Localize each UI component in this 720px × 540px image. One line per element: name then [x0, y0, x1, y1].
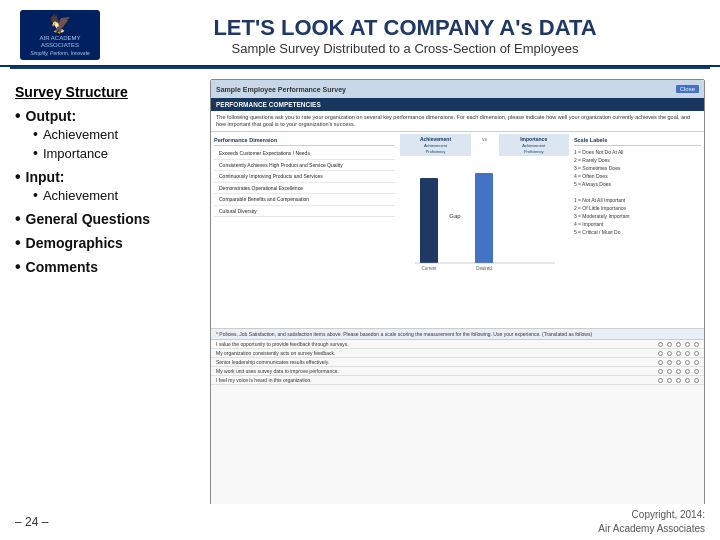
survey-q-row: Consistently Achieves High Product and S… [214, 160, 395, 172]
radio-option[interactable] [667, 342, 672, 347]
rating-row: My work unit uses survey data to improve… [211, 367, 704, 376]
radio-option[interactable] [694, 360, 699, 365]
radio-option[interactable] [694, 342, 699, 347]
survey-q-text: Consistently Achieves High Product and S… [219, 162, 390, 169]
bottom-note: * Policies, Job Satisfaction, and satisf… [211, 329, 704, 340]
radio-option[interactable] [658, 342, 663, 347]
rating-row: My organization consistently acts on sur… [211, 349, 704, 358]
bullet-list: • Output: • Achievement • Importance • I… [15, 108, 200, 275]
bullet-dot: • [15, 169, 21, 185]
item-label: Achievement [43, 127, 118, 142]
eagle-icon: 🦅 [49, 13, 71, 35]
survey-q-row: Exceeds Customer Expectations / Needs [214, 148, 395, 160]
survey-q-text: Comparable Benefits and Compensation [219, 196, 390, 203]
list-item: • Comments [15, 259, 200, 275]
row-text: My work unit uses survey data to improve… [216, 368, 658, 374]
radio-option[interactable] [676, 369, 681, 374]
radio-option[interactable] [685, 351, 690, 356]
importance-scale-labels: 1 = Not At All Important 2 = Of Little I… [574, 196, 701, 236]
header-title-area: LET'S LOOK AT COMPANY A's DATA Sample Su… [110, 15, 700, 56]
survey-col-header-q: Performance Dimension [214, 135, 395, 146]
radio-option[interactable] [685, 360, 690, 365]
radio-option[interactable] [676, 351, 681, 356]
item-label: Output: [26, 108, 77, 124]
radio-group [658, 342, 699, 347]
achievement-col-header: Achievement Achievement Proficiency [400, 134, 470, 156]
item-label: Input: [26, 169, 65, 185]
logo: 🦅 AIR ACADEMYASSOCIATESSimplify, Perform… [20, 10, 100, 60]
svg-text:Desired: Desired [476, 266, 492, 271]
list-item: • Achievement [15, 188, 200, 203]
bottom-section: * Policies, Job Satisfaction, and satisf… [211, 328, 704, 508]
bullet-dot: • [33, 146, 38, 160]
subtitle: Sample Survey Distributed to a Cross-Sec… [110, 41, 700, 56]
radio-option[interactable] [685, 369, 690, 374]
radio-option[interactable] [694, 351, 699, 356]
survey-q-text: Cultural Diversity [219, 208, 390, 215]
survey-q-row: Comparable Benefits and Compensation [214, 194, 395, 206]
rating-row: Senior leadership communicates results e… [211, 358, 704, 367]
radio-option[interactable] [694, 378, 699, 383]
scale-label: 4 = Important [574, 220, 701, 228]
radio-option[interactable] [667, 369, 672, 374]
chart-headers: Achievement Achievement Proficiency vs I… [400, 134, 569, 156]
item-label: Demographics [26, 235, 123, 251]
radio-option[interactable] [658, 351, 663, 356]
left-panel: Survey Structure • Output: • Achievement… [15, 79, 210, 509]
survey-description: The following questions ask you to rate … [211, 111, 704, 132]
row-text: I value the opportunity to provide feedb… [216, 341, 658, 347]
bullet-dot: • [15, 259, 21, 275]
radio-option[interactable] [694, 369, 699, 374]
scale-label: 2 = Of Little Importance [574, 204, 701, 212]
radio-group [658, 369, 699, 374]
item-label: Importance [43, 146, 108, 161]
survey-top-bar: Sample Employee Performance Survey Close [211, 80, 704, 98]
radio-option[interactable] [658, 360, 663, 365]
radio-option[interactable] [667, 351, 672, 356]
svg-rect-5 [420, 228, 438, 263]
scale-label: 5 = Always Does [574, 180, 701, 188]
page-header: 🦅 AIR ACADEMYASSOCIATESSimplify, Perform… [0, 0, 720, 67]
copyright-text: Copyright, 2014: Air Academy Associates [598, 508, 705, 536]
item-label: Achievement [43, 188, 118, 203]
importance-col-header: Importance Achievement Proficiency [499, 134, 569, 156]
radio-option[interactable] [685, 342, 690, 347]
main-content: Survey Structure • Output: • Achievement… [0, 69, 720, 519]
list-item: • Importance [15, 146, 200, 161]
rating-row: I value the opportunity to provide feedb… [211, 340, 704, 349]
survey-q-row: Continuously Improving Products and Serv… [214, 171, 395, 183]
logo-area: 🦅 AIR ACADEMYASSOCIATESSimplify, Perform… [20, 10, 110, 60]
row-text: My organization consistently acts on sur… [216, 350, 658, 356]
survey-preview: Sample Employee Performance Survey Close… [211, 80, 704, 508]
radio-option[interactable] [658, 378, 663, 383]
close-button[interactable]: Close [676, 85, 699, 93]
scale-label: 2 = Rarely Does [574, 156, 701, 164]
row-text: Senior leadership communicates results e… [216, 359, 658, 365]
scale-label: 3 = Sometimes Does [574, 164, 701, 172]
radio-option[interactable] [685, 378, 690, 383]
scale-labels: 1 = Does Not Do At All 2 = Rarely Does 3… [574, 148, 701, 188]
row-text: I feel my voice is heard in this organiz… [216, 377, 658, 383]
survey-q-row: Cultural Diversity [214, 206, 395, 218]
list-item: • General Questions [15, 211, 200, 227]
radio-option[interactable] [658, 369, 663, 374]
right-panel: Sample Employee Performance Survey Close… [210, 79, 705, 509]
scale-label: 1 = Does Not Do At All [574, 148, 701, 156]
radio-option[interactable] [667, 378, 672, 383]
bullet-dot: • [15, 235, 21, 251]
radio-group [658, 351, 699, 356]
rating-row: I feel my voice is heard in this organiz… [211, 376, 704, 385]
svg-rect-12 [475, 216, 493, 263]
page-footer: – 24 – Copyright, 2014: Air Academy Asso… [0, 504, 720, 540]
main-title: LET'S LOOK AT COMPANY A's DATA [110, 15, 700, 41]
radio-option[interactable] [676, 342, 681, 347]
scale-label: 5 = Critical / Must Do [574, 228, 701, 236]
list-item: • Demographics [15, 235, 200, 251]
scale-label: 1 = Not At All Important [574, 196, 701, 204]
radio-group [658, 360, 699, 365]
radio-option[interactable] [676, 378, 681, 383]
survey-scale-header: Scale Labels [574, 135, 701, 146]
radio-option[interactable] [676, 360, 681, 365]
item-label: General Questions [26, 211, 150, 227]
radio-option[interactable] [667, 360, 672, 365]
